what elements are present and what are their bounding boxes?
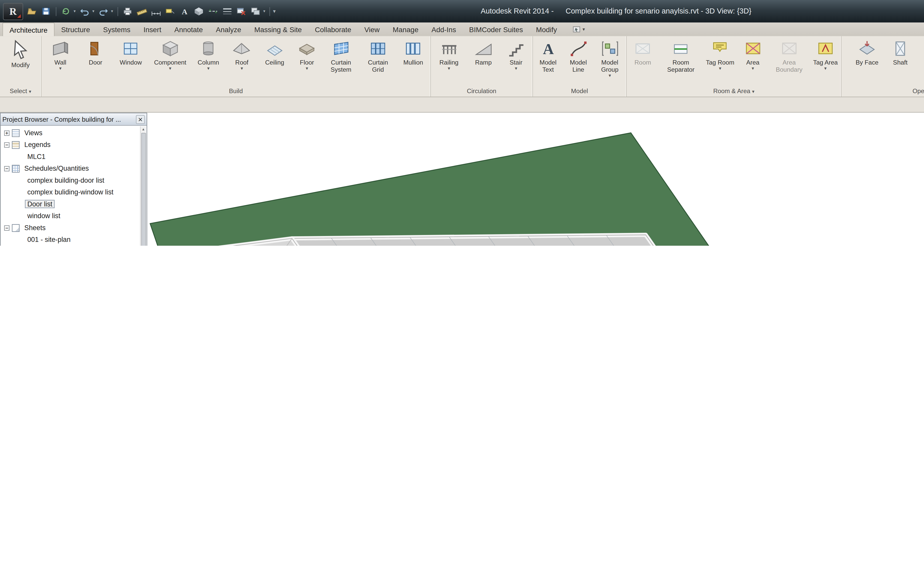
window-button[interactable]: Window — [114, 38, 147, 85]
aligned-dimension-icon[interactable] — [149, 5, 163, 17]
tree-item-001-site-plan[interactable]: 001 - site-plan — [0, 234, 139, 245]
thin-lines-icon[interactable] — [221, 5, 234, 17]
curtain-grid-button[interactable]: Curtain Grid — [362, 38, 394, 85]
tree-item-views[interactable]: +Views — [0, 127, 139, 139]
model-line-icon — [569, 39, 588, 58]
panel-model: A Model Text Model Line Model Group ▾ Mo… — [533, 36, 627, 97]
shaft-button[interactable]: Shaft — [884, 38, 916, 85]
tab-structure[interactable]: Structure — [55, 22, 96, 36]
tree-item-complex-building-door-list[interactable]: complex building-door list — [0, 174, 139, 186]
panel-title-opening: Opening — [842, 86, 924, 97]
roof-button[interactable]: Roof ▾ — [228, 38, 255, 85]
redo-icon[interactable] — [97, 5, 110, 17]
switch-windows-icon[interactable] — [249, 5, 262, 17]
revit-app-button[interactable]: R — [3, 3, 23, 20]
title-bar: R ▾ ▾ ▾ A ▾ ▾ Autodesk R — [0, 0, 924, 22]
synchronize-icon[interactable] — [59, 5, 72, 17]
tag-area-button[interactable]: Tag Area ▾ — [813, 38, 839, 85]
ceiling-button[interactable]: Ceiling — [260, 38, 289, 85]
tag-room-button[interactable]: Tag Room ▾ — [705, 38, 735, 85]
component-button[interactable]: Component ▾ — [152, 38, 189, 85]
tag-by-category-icon[interactable] — [163, 5, 176, 17]
project-browser-header[interactable]: Project Browser - Complex building for .… — [0, 113, 147, 126]
default-3d-view-icon[interactable] — [192, 5, 205, 17]
selection-tool-button[interactable]: ▾ — [570, 22, 588, 36]
railing-button[interactable]: Railing ▾ — [433, 38, 465, 85]
tree-item-complex-buliding-window-list[interactable]: complex buliding-window list — [0, 186, 139, 198]
scrollbar[interactable]: ▲ ▼ — [140, 126, 146, 246]
open-icon[interactable] — [26, 5, 39, 17]
panel-title-select[interactable]: Select▾ — [0, 86, 41, 97]
tab-analyze[interactable]: Analyze — [209, 22, 248, 36]
modify-cursor-icon — [10, 39, 31, 60]
mullion-button[interactable]: Mullion — [398, 38, 428, 85]
wall-opening-button[interactable]: Wall — [918, 38, 924, 85]
collapse-icon[interactable]: − — [4, 142, 9, 147]
section-icon[interactable] — [206, 5, 219, 17]
text-icon[interactable]: A — [178, 5, 191, 17]
chevron-down-icon[interactable]: ▾ — [74, 9, 77, 14]
tab-annotate[interactable]: Annotate — [168, 22, 209, 36]
undo-icon[interactable] — [78, 5, 91, 17]
area-boundary-button: Area Boundary — [771, 38, 808, 85]
tree-item-mlc1[interactable]: MLC1 — [0, 151, 139, 162]
close-icon[interactable]: ✕ — [136, 115, 145, 124]
tab-architecture[interactable]: Architecture — [2, 22, 55, 36]
tab-systems[interactable]: Systems — [96, 22, 137, 36]
collapse-icon[interactable]: − — [4, 225, 9, 230]
column-button[interactable]: Column ▾ — [193, 38, 224, 85]
tab-view[interactable]: View — [358, 22, 386, 36]
save-icon[interactable] — [40, 5, 53, 17]
model-text-button[interactable]: A Model Text — [534, 38, 562, 85]
floor-button[interactable]: Floor ▾ — [294, 38, 320, 85]
tree-item-door-list[interactable]: Door list — [0, 198, 139, 210]
room-separator-button[interactable]: Room Separator — [661, 38, 700, 85]
panel-title-room-area[interactable]: Room & Area▾ — [627, 86, 841, 97]
chevron-down-icon[interactable]: ▾ — [111, 9, 115, 14]
scrollbar-thumb[interactable] — [141, 133, 146, 246]
tree-item-legends[interactable]: −Legends — [0, 139, 139, 151]
close-hidden-windows-icon[interactable] — [235, 5, 248, 17]
chevron-down-icon: ▾ — [582, 27, 585, 32]
tree-item-schedules-quantities[interactable]: −Schedules/Quantities — [0, 162, 139, 174]
selection-box-icon — [573, 26, 581, 33]
panel-build: Wall ▾ Door Window Component ▾ — [42, 36, 431, 97]
tab-bimcoder-suites[interactable]: BIMCoder Suites — [463, 22, 529, 36]
customize-quick-access-toolbar-icon[interactable]: ▾ — [273, 8, 277, 14]
quick-access-toolbar: ▾ ▾ ▾ A ▾ ▾ — [26, 5, 277, 17]
tab-collaborate[interactable]: Collaborate — [308, 22, 358, 36]
tab-modify[interactable]: Modify — [529, 22, 563, 36]
tab-manage[interactable]: Manage — [386, 22, 425, 36]
modify-button[interactable]: Modify — [2, 38, 39, 85]
tree-item-label: 001 - site-plan — [25, 236, 73, 244]
tree-item-002-first-floor-plan[interactable]: 002 - first floor plan — [0, 245, 139, 246]
tree-item-label: Schedules/Quantities — [22, 164, 91, 173]
tab-add-ins[interactable]: Add-Ins — [425, 22, 463, 36]
tab-massing-site[interactable]: Massing & Site — [248, 22, 308, 36]
scroll-up-icon[interactable]: ▲ — [141, 126, 145, 132]
door-button[interactable]: Door — [82, 38, 110, 85]
ramp-button[interactable]: Ramp — [469, 38, 498, 85]
chevron-down-icon[interactable]: ▾ — [263, 9, 266, 14]
viewport[interactable] — [147, 113, 924, 246]
chevron-down-icon[interactable]: ▾ — [92, 9, 96, 14]
tab-insert[interactable]: Insert — [137, 22, 168, 36]
print-icon[interactable] — [121, 5, 134, 17]
wall-button[interactable]: Wall ▾ — [44, 38, 77, 85]
by-face-button[interactable]: By Face — [851, 38, 883, 85]
tree-item-sheets[interactable]: −Sheets — [0, 222, 139, 233]
tree-item-label: complex buliding-window list — [25, 188, 116, 196]
model-group-button[interactable]: Model Group ▾ — [594, 38, 625, 85]
stair-button[interactable]: Stair ▾ — [502, 38, 530, 85]
area-button[interactable]: Area ▾ — [740, 38, 766, 85]
measure-icon[interactable] — [135, 5, 148, 17]
svg-text:A: A — [543, 41, 554, 57]
panel-title-model: Model — [533, 86, 626, 97]
expand-icon[interactable]: + — [4, 130, 9, 136]
curtain-system-button[interactable]: Curtain System — [324, 38, 358, 85]
3d-view-canvas — [147, 113, 924, 246]
tree-item-window-list[interactable]: window list — [0, 210, 139, 222]
model-group-icon — [600, 39, 619, 58]
collapse-icon[interactable]: − — [4, 166, 9, 171]
model-line-button[interactable]: Model Line — [564, 38, 593, 85]
